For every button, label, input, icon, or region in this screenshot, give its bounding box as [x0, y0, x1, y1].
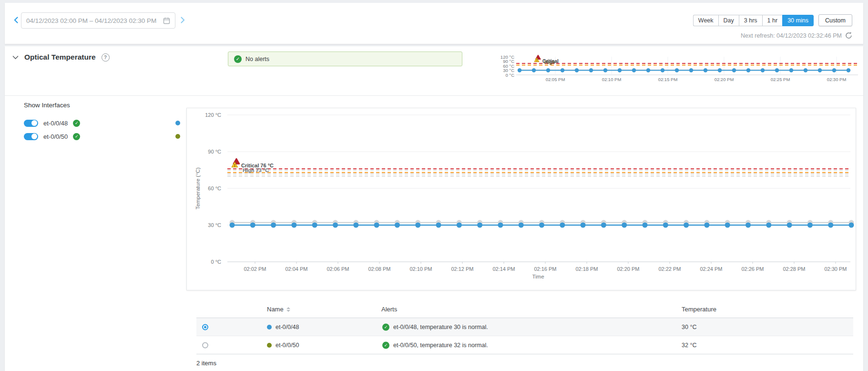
row-radio-button[interactable]: [202, 324, 208, 330]
refresh-icon[interactable]: [845, 32, 852, 39]
svg-text:02:20 PM: 02:20 PM: [617, 266, 639, 272]
column-header-alerts: Alerts: [381, 306, 397, 313]
show-interfaces-title: Show Interfaces: [24, 102, 181, 109]
no-alerts-banner: ✓ No alerts: [228, 52, 462, 66]
svg-text:60 °C: 60 °C: [503, 63, 514, 69]
row-series-dot: [267, 343, 272, 348]
column-header-name[interactable]: Name: [267, 306, 290, 313]
series-color-dot: [175, 121, 180, 125]
svg-text:Critical: Critical: [542, 59, 559, 64]
interface-row-et-0/0/48: et-0/0/48✓: [24, 116, 181, 130]
section-title: Optical Temperature: [24, 53, 96, 62]
row-temperature: 30 °C: [682, 324, 696, 330]
svg-text:90 °C: 90 °C: [208, 149, 221, 155]
range-button-30-mins[interactable]: 30 mins: [782, 15, 814, 26]
optical-temperature-section: Optical Temperature ? ✓ No alerts 0 °C30…: [5, 46, 863, 371]
show-interfaces-panel: Show Interfaces et-0/0/48✓et-0/0/50✓: [24, 102, 181, 143]
svg-text:02:05 PM: 02:05 PM: [546, 77, 565, 82]
date-range-input[interactable]: 04/12/2023 02:00 PM – 04/12/2023 02:30 P…: [21, 12, 175, 29]
interface-toggle[interactable]: [24, 133, 38, 140]
row-ok-icon: ✓: [382, 341, 389, 349]
row-interface-name: et-0/0/48: [276, 324, 299, 330]
range-button-week[interactable]: Week: [693, 15, 718, 26]
interface-label: et-0/0/50: [43, 133, 68, 140]
top-toolbar: 04/12/2023 02:00 PM – 04/12/2023 02:30 P…: [5, 3, 863, 44]
row-ok-icon: ✓: [382, 323, 389, 330]
svg-text:02:22 PM: 02:22 PM: [658, 266, 681, 272]
sort-icon[interactable]: [286, 307, 290, 312]
svg-text:02:18 PM: 02:18 PM: [575, 266, 598, 272]
table-body: et-0/0/48✓et-0/0/48, temperature 30 is n…: [196, 318, 853, 354]
svg-text:02:12 PM: 02:12 PM: [451, 266, 473, 272]
svg-text:02:16 PM: 02:16 PM: [534, 266, 556, 272]
svg-text:02:24 PM: 02:24 PM: [700, 266, 722, 272]
interface-ok-icon: ✓: [73, 120, 80, 127]
range-button-3-hrs[interactable]: 3 hrs: [739, 15, 762, 26]
svg-text:02:10 PM: 02:10 PM: [409, 266, 432, 272]
svg-text:02:14 PM: 02:14 PM: [492, 266, 515, 272]
svg-text:30 °C: 30 °C: [503, 68, 514, 73]
collapse-chevron-icon[interactable]: [12, 55, 19, 60]
svg-text:90 °C: 90 °C: [503, 59, 514, 64]
svg-text:02:25 PM: 02:25 PM: [771, 77, 790, 82]
next-refresh-text: Next refresh: 04/12/2023 02:32:46 PM: [741, 32, 842, 39]
svg-text:02:30 PM: 02:30 PM: [824, 266, 847, 272]
no-alerts-text: No alerts: [245, 56, 269, 62]
svg-text:0 °C: 0 °C: [505, 72, 514, 78]
svg-text:02:30 PM: 02:30 PM: [827, 77, 847, 82]
interface-row-et-0/0/50: et-0/0/50✓: [24, 130, 181, 143]
table-item-count: 2 items: [196, 360, 853, 367]
row-temperature: 32 °C: [682, 342, 696, 349]
interface-list: et-0/0/48✓et-0/0/50✓: [24, 116, 181, 143]
interfaces-table: Name Alerts Temperature et-0/0/48✓et-0/0…: [196, 302, 853, 367]
svg-text:02:02 PM: 02:02 PM: [244, 266, 266, 272]
section-divider: [5, 95, 863, 96]
svg-text:02:20 PM: 02:20 PM: [715, 77, 734, 82]
svg-text:02:08 PM: 02:08 PM: [368, 266, 390, 272]
svg-text:!: !: [536, 59, 537, 62]
previous-period-icon[interactable]: [12, 15, 19, 25]
help-icon[interactable]: ?: [102, 53, 110, 62]
range-button-group: WeekDay3 hrs1 hr30 mins: [693, 15, 814, 26]
interface-toggle[interactable]: [24, 120, 38, 127]
time-range-selector: WeekDay3 hrs1 hr30 mins Custom: [693, 14, 852, 26]
check-circle-icon: ✓: [234, 55, 242, 63]
svg-text:120 °C: 120 °C: [205, 112, 221, 118]
page: { "topbar": { "date_range": "04/12/2023 …: [0, 0, 868, 371]
row-interface-name: et-0/0/50: [276, 342, 299, 349]
temperature-chart-card: 0 °C30 °C60 °C90 °C120 °C02:02 PM02:04 P…: [186, 108, 856, 290]
main-chart-svg[interactable]: 0 °C30 °C60 °C90 °C120 °C02:02 PM02:04 P…: [187, 108, 856, 290]
row-series-dot: [267, 325, 272, 330]
name-header-label: Name: [267, 306, 284, 313]
row-alert-text: et-0/0/50, temperature 32 is normal.: [393, 342, 488, 349]
table-row-et-0/0/50[interactable]: et-0/0/50✓et-0/0/50, temperature 32 is n…: [196, 336, 853, 354]
next-refresh: Next refresh: 04/12/2023 02:32:46 PM: [741, 32, 852, 39]
custom-range-button[interactable]: Custom: [818, 14, 852, 26]
table-row-et-0/0/48[interactable]: et-0/0/48✓et-0/0/48, temperature 30 is n…: [196, 318, 853, 336]
next-period-icon[interactable]: [179, 15, 186, 25]
svg-text:120 °C: 120 °C: [500, 54, 514, 60]
svg-text:60 °C: 60 °C: [208, 186, 221, 191]
series-color-dot: [175, 134, 180, 139]
svg-text:Critical 76 °C: Critical 76 °C: [241, 163, 274, 168]
interface-ok-icon: ✓: [73, 133, 80, 140]
column-header-temperature: Temperature: [682, 306, 716, 313]
svg-text:02:06 PM: 02:06 PM: [327, 266, 349, 272]
overview-mini-chart[interactable]: 0 °C30 °C60 °C90 °C120 °C02:05 PM02:10 P…: [493, 48, 865, 88]
section-header: Optical Temperature ?: [12, 50, 110, 64]
svg-text:02:04 PM: 02:04 PM: [285, 266, 307, 272]
svg-text:02:28 PM: 02:28 PM: [783, 266, 805, 272]
svg-text:02:15 PM: 02:15 PM: [658, 77, 678, 82]
row-radio-button[interactable]: [202, 342, 208, 348]
calendar-icon[interactable]: [163, 17, 170, 24]
date-range-value: 04/12/2023 02:00 PM – 04/12/2023 02:30 P…: [26, 17, 156, 24]
interface-label: et-0/0/48: [43, 120, 68, 127]
svg-text:0 °C: 0 °C: [211, 259, 221, 265]
range-button-day[interactable]: Day: [718, 15, 739, 26]
svg-text:02:10 PM: 02:10 PM: [602, 77, 622, 82]
svg-text:Time: Time: [532, 274, 544, 279]
svg-text:30 °C: 30 °C: [208, 222, 221, 228]
range-button-1-hr[interactable]: 1 hr: [762, 15, 783, 26]
svg-text:!: !: [234, 164, 235, 168]
row-alert-text: et-0/0/48, temperature 30 is normal.: [393, 324, 488, 330]
